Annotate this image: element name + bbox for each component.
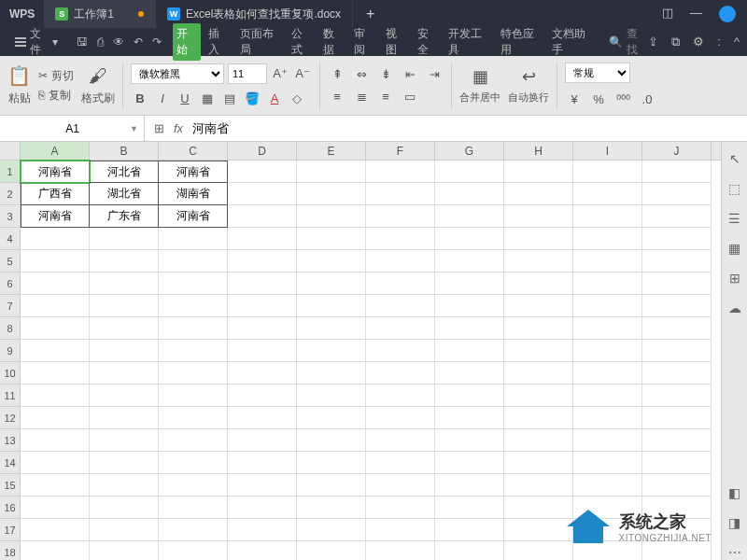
cell-F16[interactable] [366, 497, 435, 519]
select-object-icon[interactable]: ⬚ [728, 181, 740, 196]
cell-F1[interactable] [366, 161, 435, 183]
minimize-icon[interactable]: — [690, 6, 702, 22]
cell-H18[interactable] [504, 541, 573, 560]
cell-H16[interactable] [504, 497, 573, 519]
cell-C3[interactable]: 河南省 [159, 205, 228, 228]
tab-data[interactable]: 数据 [319, 23, 347, 61]
cell-J9[interactable] [642, 340, 712, 362]
cell-G3[interactable] [435, 205, 504, 228]
cell-B11[interactable] [90, 385, 159, 407]
fill-color-button[interactable]: 🪣 [243, 90, 261, 108]
cell-E11[interactable] [297, 385, 366, 407]
cell-H12[interactable] [504, 407, 573, 429]
cell-B13[interactable] [90, 429, 159, 452]
cell-D16[interactable] [228, 497, 297, 519]
cell-G13[interactable] [435, 429, 504, 452]
cell-J12[interactable] [642, 407, 712, 429]
cell-H14[interactable] [504, 452, 573, 474]
cell-B12[interactable] [90, 407, 159, 429]
cell-J4[interactable] [642, 228, 712, 250]
cell-A2[interactable]: 广西省 [21, 183, 90, 205]
redo-icon[interactable]: ↷ [152, 35, 162, 49]
cell-E13[interactable] [297, 429, 366, 452]
cell-H4[interactable] [504, 228, 573, 250]
decrease-decimal-icon[interactable]: .0 [638, 91, 656, 109]
col-header-I[interactable]: I [573, 142, 642, 160]
cell-J3[interactable] [642, 205, 712, 228]
cell-J5[interactable] [642, 250, 712, 273]
number-format-select[interactable]: 常规 [565, 63, 630, 83]
cell-E16[interactable] [297, 497, 366, 519]
cell-D4[interactable] [228, 228, 297, 250]
cell-E5[interactable] [297, 250, 366, 273]
cell-D9[interactable] [228, 340, 297, 362]
cell-A17[interactable] [21, 519, 90, 541]
cell-D11[interactable] [228, 385, 297, 407]
cell-J8[interactable] [642, 317, 712, 340]
tab-home[interactable]: 开始 [173, 23, 201, 61]
cell-I7[interactable] [573, 295, 642, 317]
tab-dev-tools[interactable]: 开发工具 [444, 23, 492, 61]
cell-C12[interactable] [159, 407, 228, 429]
cell-I4[interactable] [573, 228, 642, 250]
cell-A11[interactable] [21, 385, 90, 407]
cell-D5[interactable] [228, 250, 297, 273]
increase-font-icon[interactable]: A⁺ [271, 64, 289, 83]
undo-icon[interactable]: ↶ [134, 35, 143, 49]
cell-A8[interactable] [21, 317, 90, 340]
new-tab-button[interactable]: + [353, 6, 388, 22]
underline-button[interactable]: U [176, 90, 194, 108]
col-header-F[interactable]: F [366, 142, 435, 160]
cell-B15[interactable] [90, 474, 159, 497]
row-header-5[interactable]: 5 [0, 250, 20, 273]
folder-icon[interactable]: ⧉ [671, 35, 680, 49]
tab-security[interactable]: 安全 [414, 23, 442, 61]
cell-B7[interactable] [90, 295, 159, 317]
cell-A9[interactable] [21, 340, 90, 362]
backup-icon[interactable]: ☁ [728, 301, 741, 315]
row-header-14[interactable]: 14 [0, 452, 20, 474]
cell-G6[interactable] [435, 273, 504, 295]
cell-F15[interactable] [366, 474, 435, 497]
cell-A15[interactable] [21, 474, 90, 497]
cell-H7[interactable] [504, 295, 573, 317]
cell-H9[interactable] [504, 340, 573, 362]
border-button[interactable]: ▦ [198, 90, 217, 108]
cell-H8[interactable] [504, 317, 573, 340]
clear-format-button[interactable]: ◇ [288, 90, 306, 108]
align-right-icon[interactable]: ≡ [376, 88, 395, 106]
tab-doc-assistant[interactable]: 文档助手 [548, 23, 596, 61]
cell-G17[interactable] [435, 519, 504, 541]
cell-C17[interactable] [159, 519, 228, 541]
cell-G1[interactable] [435, 161, 504, 183]
merge-center-button[interactable]: ▦ 合并居中 [459, 66, 500, 105]
cell-B3[interactable]: 广东省 [90, 205, 159, 228]
cell-E12[interactable] [297, 407, 366, 429]
cell-H17[interactable] [504, 519, 573, 541]
property-panel-icon[interactable]: ◧ [728, 485, 740, 500]
cell-style-button[interactable]: ▤ [220, 90, 239, 108]
indent-decrease-icon[interactable]: ⇤ [401, 65, 419, 84]
cell-E17[interactable] [297, 519, 366, 541]
cell-I1[interactable] [573, 161, 642, 183]
cell-E18[interactable] [297, 541, 366, 560]
settings-icon[interactable]: ⚙ [693, 35, 704, 49]
cell-A3[interactable]: 河南省 [21, 205, 90, 228]
cell-D10[interactable] [228, 362, 297, 385]
cell-D13[interactable] [228, 429, 297, 452]
cell-F9[interactable] [366, 340, 435, 362]
cells-area[interactable]: 河南省河北省河南省广西省湖北省湖南省河南省广东省河南省 [21, 161, 721, 560]
cell-F7[interactable] [366, 295, 435, 317]
cell-F14[interactable] [366, 452, 435, 474]
row-header-11[interactable]: 11 [0, 385, 20, 407]
row-header-7[interactable]: 7 [0, 295, 20, 317]
cell-F4[interactable] [366, 228, 435, 250]
tab-review[interactable]: 审阅 [350, 23, 378, 61]
cell-F8[interactable] [366, 317, 435, 340]
tab-page-layout[interactable]: 页面布局 [236, 23, 284, 61]
cell-E10[interactable] [297, 362, 366, 385]
cell-H2[interactable] [504, 183, 573, 205]
cell-F11[interactable] [366, 385, 435, 407]
cell-G8[interactable] [435, 317, 504, 340]
row-header-13[interactable]: 13 [0, 429, 20, 452]
